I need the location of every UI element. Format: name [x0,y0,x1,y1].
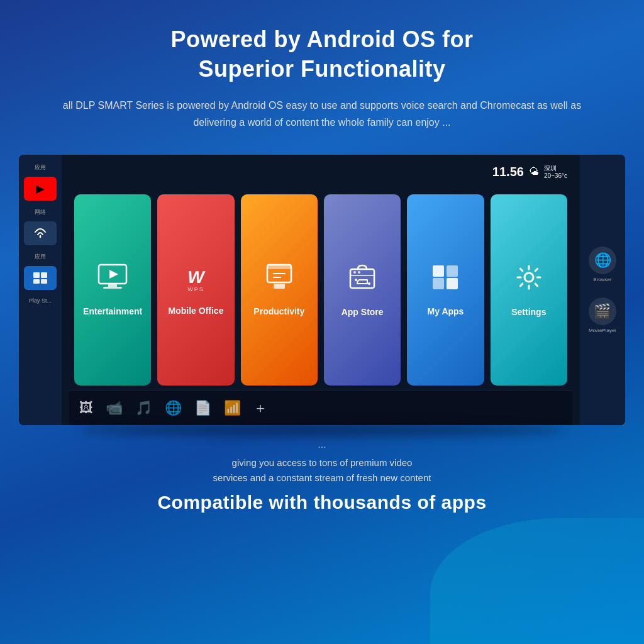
youtube-app[interactable]: ▶ [22,177,58,201]
sidebar-label-3: 应用 [22,253,58,261]
wifi-icon [24,221,57,245]
settings-icon [514,263,543,298]
svg-rect-19 [447,265,458,277]
bottom-toolbar: 🖼 📹 🎵 🌐 📄 📶 ＋ [69,391,572,425]
toolbar-add-icon[interactable]: ＋ [253,399,267,418]
movie-player-icon: 🎬 [589,297,616,325]
left-sidebar: 应用 ▶ 网络 应用 [19,155,62,425]
store-icon [24,266,57,290]
settings-label: Settings [511,307,546,317]
temperature: 20~36°c [544,172,567,179]
svg-rect-3 [41,279,47,284]
productivity-icon [265,264,294,297]
svg-rect-2 [33,279,40,284]
subtitle-text: all DLP SMART Series is powered by Andro… [52,97,592,131]
svg-rect-9 [267,265,291,269]
movie-player-label: MoviePlayer [589,328,616,333]
app-grid: Entertainment W WPS Mobile Office [69,183,572,391]
toolbar-browser-icon[interactable]: 🌐 [165,400,182,416]
svg-rect-20 [433,278,444,289]
weather-details: 深圳 20~36°c [544,165,567,179]
svg-rect-1 [41,272,47,278]
toolbar-music-icon[interactable]: 🎵 [135,400,152,416]
movie-player-app[interactable]: 🎬 MoviePlayer [589,297,616,333]
appstore-icon [348,263,377,298]
mobile-office-icon: W WPS [179,264,212,297]
svg-point-22 [525,273,533,282]
app-card-mobile-office[interactable]: W WPS Mobile Office [157,194,234,386]
city-name: 深圳 [544,165,567,172]
svg-rect-18 [433,265,444,277]
mobile-office-label: Mobile Office [169,306,224,316]
store-app[interactable] [22,266,58,290]
myapps-icon [431,264,460,297]
myapps-label: My Apps [428,306,464,316]
play-store-label: Play St... [22,297,58,304]
app-card-productivity[interactable]: Productivity [241,194,318,386]
youtube-icon: ▶ [24,177,57,201]
tv-screen-wrapper: 应用 ▶ 网络 应用 [19,155,625,425]
decorative-blob [430,518,644,644]
entertainment-label: Entertainment [83,306,142,316]
app-card-settings[interactable]: Settings [491,194,567,386]
sidebar-label-1: 应用 [22,164,58,172]
app-card-myapps[interactable]: My Apps [407,194,484,386]
main-title: Powered by Android OS for Superior Funct… [50,25,594,84]
productivity-label: Productivity [253,306,304,316]
right-sidebar: 🌐 Browser 🎬 MoviePlayer [580,155,625,425]
time-weather: 11.56 🌤 深圳 20~36°c [492,165,567,179]
sidebar-label-2: 网络 [22,208,58,216]
svg-marker-7 [109,270,118,279]
toolbar-docs-icon[interactable]: 📄 [194,400,211,416]
toolbar-video-icon[interactable]: 📹 [106,400,123,416]
svg-rect-12 [274,284,285,289]
bottom-section: ... giving you access to tons of premium… [0,425,644,519]
svg-point-14 [353,271,356,274]
top-bar: 11.56 🌤 深圳 20~36°c [69,161,572,183]
tv-screen: 应用 ▶ 网络 应用 [19,155,625,425]
weather-icon: 🌤 [529,166,539,177]
svg-rect-6 [103,287,122,289]
toolbar-gallery-icon[interactable]: 🖼 [79,400,93,416]
browser-label: Browser [593,277,611,282]
wps-logo: W WPS [179,264,212,297]
app-card-appstore[interactable]: App Store [324,194,401,386]
svg-rect-5 [108,284,117,287]
browser-icon: 🌐 [589,247,616,274]
wifi-app[interactable] [22,221,58,245]
svg-rect-21 [447,278,458,289]
svg-point-15 [358,271,360,274]
svg-point-16 [355,279,357,281]
top-section: Powered by Android OS for Superior Funct… [0,0,644,143]
main-area: 11.56 🌤 深圳 20~36°c [62,155,580,425]
app-card-entertainment[interactable]: Entertainment [74,194,151,386]
toolbar-wifi-icon[interactable]: 📶 [224,400,241,416]
svg-rect-0 [33,272,40,278]
dots-1: ... [50,439,594,450]
browser-app[interactable]: 🌐 Browser [589,247,616,282]
entertainment-icon [97,264,128,297]
bottom-title: Compatible with thousands of apps [50,492,594,513]
screen-reflection [79,424,564,436]
bottom-text: giving you access to tons of premium vid… [50,455,594,486]
time-display: 11.56 [492,165,524,179]
appstore-label: App Store [341,307,384,317]
svg-point-17 [368,282,370,285]
